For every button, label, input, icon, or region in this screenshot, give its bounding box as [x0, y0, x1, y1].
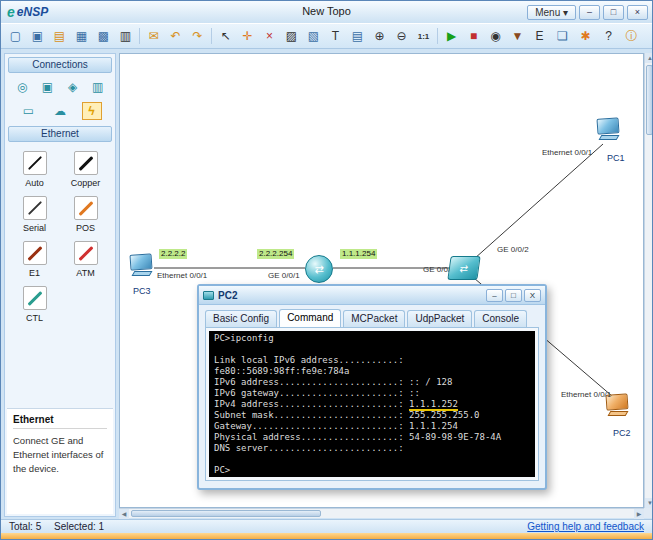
terminal-output[interactable]: PC>ipconfig Link local IPv6 address.....…	[209, 331, 535, 477]
selected-count: Selected: 1	[54, 521, 104, 532]
save-as-icon[interactable]: ▩	[93, 26, 114, 46]
window-controls: Menu ▾ – □ ×	[527, 5, 652, 20]
device-palette-sidebar: Connections ◎ ▣ ◈ ▥ ▭ ☁ ϟ Ethernet Auto …	[4, 53, 116, 517]
link-type-e1[interactable]: E1	[9, 241, 60, 278]
redo-icon[interactable]: ↷	[187, 26, 208, 46]
stop-device-icon[interactable]: ■	[463, 26, 484, 46]
dialog-close-button[interactable]: X	[524, 289, 541, 302]
toolbar-separator	[211, 28, 212, 44]
routers-group-icon[interactable]: ◎	[12, 78, 32, 96]
cli-console-icon[interactable]: E	[529, 26, 550, 46]
router-icon: ⇄	[314, 263, 323, 276]
message-board-icon[interactable]: ❏	[552, 26, 573, 46]
serial-link-icon	[23, 196, 47, 220]
delete-icon[interactable]: ×	[259, 26, 280, 46]
terminal-line: Physical address..................: 54-8…	[214, 432, 530, 443]
link-type-serial[interactable]: Serial	[9, 196, 60, 233]
export-icon[interactable]: ✉	[143, 26, 164, 46]
device-group-row-2: ▭ ☁ ϟ	[5, 99, 115, 123]
dialog-title-bar[interactable]: PC2 – □ X	[199, 286, 545, 305]
zoom-in-icon[interactable]: ⊕	[369, 26, 390, 46]
node-pc3[interactable]	[130, 254, 154, 280]
pc-window-icon	[203, 291, 214, 300]
copper-link-icon	[74, 151, 98, 175]
packet-info-icon[interactable]: ▼	[507, 26, 528, 46]
new-test-paper-icon[interactable]: ▣	[27, 26, 48, 46]
pan-icon[interactable]: ✛	[237, 26, 258, 46]
node-router[interactable]: ⇄	[305, 255, 333, 283]
link-type-pos[interactable]: POS	[60, 196, 111, 233]
about-icon[interactable]: ⓘ	[621, 26, 642, 46]
link-type-grid: Auto Copper Serial POS E1 ATM	[5, 144, 115, 327]
title-bar: e eNSP New Topo Menu ▾ – □ ×	[1, 1, 652, 23]
tab-command[interactable]: Command	[279, 309, 341, 327]
zoom-out-icon[interactable]: ⊖	[391, 26, 412, 46]
zoom-reset-icon[interactable]: 1:1	[413, 26, 434, 46]
scroll-up-icon[interactable]: ▲	[645, 53, 653, 63]
node-switch[interactable]: ⇄	[447, 256, 480, 280]
ensp-window: e eNSP New Topo Menu ▾ – □ × ▢ ▣ ▤ ▦ ▩ ▥…	[0, 0, 653, 540]
node-pc1[interactable]	[597, 118, 621, 144]
horizontal-scrollbar[interactable]: ◀ ▶	[119, 508, 644, 518]
total-count: Total: 5	[9, 521, 41, 532]
other-devices-group-icon[interactable]: ☁	[50, 102, 70, 120]
terminal-line: DNS server........................:	[214, 443, 530, 454]
pc-icon	[129, 253, 152, 270]
scrollbar-corner	[644, 508, 653, 518]
save-icon[interactable]: ▦	[71, 26, 92, 46]
dialog-minimize-button[interactable]: –	[486, 289, 503, 302]
scroll-left-icon[interactable]: ◀	[119, 509, 129, 519]
horizontal-scroll-thumb[interactable]	[131, 510, 321, 517]
tab-basic-config[interactable]: Basic Config	[205, 310, 277, 327]
pointer-icon[interactable]: ↖	[215, 26, 236, 46]
wlan-group-icon[interactable]: ◈	[63, 78, 83, 96]
switches-group-icon[interactable]: ▣	[37, 78, 57, 96]
add-text-icon[interactable]: T	[325, 26, 346, 46]
new-topo-icon[interactable]: ▢	[5, 26, 26, 46]
add-note-icon[interactable]: ▤	[347, 26, 368, 46]
tab-udppacket[interactable]: UdpPacket	[407, 310, 472, 327]
eraser-icon[interactable]: ▨	[281, 26, 302, 46]
port-label-switch-top: GE 0/0/2	[497, 245, 529, 254]
print-icon[interactable]: ▥	[115, 26, 136, 46]
tab-mcpacket[interactable]: MCPacket	[343, 310, 405, 327]
link-type-copper[interactable]: Copper	[60, 151, 111, 188]
terminals-group-icon[interactable]: ▭	[19, 102, 39, 120]
scroll-right-icon[interactable]: ▶	[634, 509, 644, 519]
terminal-line: Link local IPv6 address...........:	[214, 355, 530, 366]
atm-link-icon	[74, 241, 98, 265]
window-title: New Topo	[302, 5, 351, 17]
open-icon[interactable]: ▤	[49, 26, 70, 46]
help-icon[interactable]: ?	[598, 26, 619, 46]
close-button[interactable]: ×	[627, 5, 648, 20]
connections-group-icon[interactable]: ϟ	[82, 102, 102, 120]
firewall-group-icon[interactable]: ▥	[88, 78, 108, 96]
dialog-maximize-button[interactable]: □	[505, 289, 522, 302]
vertical-scrollbar[interactable]: ▲ ▼	[644, 53, 653, 508]
node-label-pc1: PC1	[607, 153, 625, 163]
help-feedback-link[interactable]: Getting help and feedback	[527, 521, 644, 532]
link-type-auto[interactable]: Auto	[9, 151, 60, 188]
minimize-button[interactable]: –	[579, 5, 600, 20]
scroll-down-icon[interactable]: ▼	[645, 498, 653, 508]
terminal-line: fe80::5689:98ff:fe9e:784a	[214, 366, 530, 377]
dialog-window-controls: – □ X	[486, 289, 541, 302]
data-capture-icon[interactable]: ◉	[485, 26, 506, 46]
menu-button[interactable]: Menu ▾	[527, 5, 576, 20]
app-logo-text: eNSP	[17, 5, 48, 19]
tab-console[interactable]: Console	[474, 310, 527, 327]
start-device-icon[interactable]: ▶	[441, 26, 462, 46]
palette-icon[interactable]: ▧	[303, 26, 324, 46]
options-icon[interactable]: ✱	[575, 26, 596, 46]
terminal-line	[214, 344, 530, 355]
port-label-pc2: Ethernet 0/0/1	[561, 390, 611, 399]
terminal-line: IPv6 gateway......................: ::	[214, 388, 530, 399]
toolbar-separator	[139, 28, 140, 44]
terminal-prompt: PC>	[214, 465, 530, 476]
link-type-atm[interactable]: ATM	[60, 241, 111, 278]
vertical-scroll-thumb[interactable]	[646, 65, 653, 135]
undo-icon[interactable]: ↶	[165, 26, 186, 46]
link-type-ctl[interactable]: CTL	[9, 286, 60, 323]
bottom-accent-strip	[1, 533, 652, 540]
maximize-button[interactable]: □	[603, 5, 624, 20]
